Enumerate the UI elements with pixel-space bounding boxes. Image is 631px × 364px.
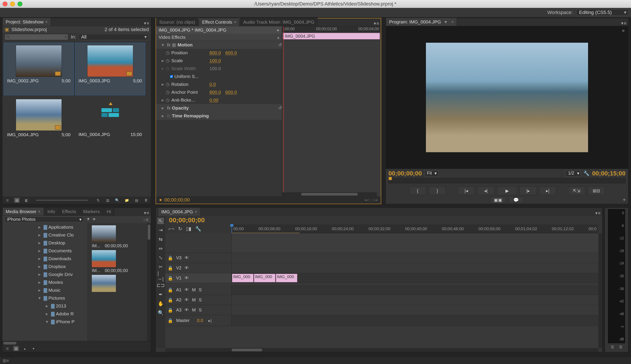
collapse-icon[interactable]: ▴ bbox=[277, 34, 280, 40]
extract-button[interactable]: ⊞⊟ bbox=[588, 186, 605, 195]
track-lane-v1[interactable]: IMG_000 IMG_000 IMG_000 bbox=[232, 273, 598, 283]
import-icon[interactable]: ⤓▦ bbox=[143, 218, 149, 222]
track-header-a1[interactable]: 🔒A1👁MS bbox=[165, 285, 232, 295]
sort-asc-icon[interactable]: ▴ bbox=[22, 346, 28, 351]
rotation-value[interactable]: 0.0 bbox=[209, 82, 216, 87]
close-icon[interactable]: × bbox=[234, 20, 236, 24]
tree-row[interactable]: ▸▇Desktop bbox=[3, 239, 88, 247]
step-forward-button[interactable]: |▸ bbox=[519, 186, 536, 195]
tree-row[interactable]: ▾▇iPhone P bbox=[3, 318, 88, 326]
stopwatch-icon[interactable]: ◷ bbox=[166, 98, 170, 103]
tree-row[interactable]: ▸▇Downloads bbox=[3, 255, 88, 262]
playhead-arrow-icon[interactable]: ▸ bbox=[277, 28, 280, 33]
list-view-icon[interactable]: ≣ bbox=[5, 346, 10, 351]
lock-icon[interactable]: 🔒 bbox=[168, 298, 173, 303]
eye-icon[interactable]: 👁 bbox=[185, 266, 189, 270]
audio-meter[interactable]: 0-6-12-18-24-30-36-42-48-∞dB bbox=[608, 209, 625, 343]
ec-h-scrollbar[interactable] bbox=[282, 192, 377, 196]
solo-button[interactable]: S bbox=[199, 298, 202, 302]
lock-icon[interactable]: 🔒 bbox=[168, 276, 173, 281]
play-button[interactable]: ▶ bbox=[497, 186, 517, 195]
rolling-tool-icon[interactable]: ⇔ bbox=[158, 246, 164, 252]
twirl-icon[interactable]: ▸ bbox=[38, 224, 42, 230]
solo-right-button[interactable]: S bbox=[618, 344, 624, 350]
ec-playhead[interactable] bbox=[283, 26, 284, 196]
master-volume-value[interactable]: 0.0 bbox=[197, 318, 203, 323]
step-back-button[interactable]: ◂| bbox=[477, 186, 494, 195]
twirl-icon[interactable]: ▸ bbox=[38, 264, 42, 269]
twirl-icon[interactable]: ▾ bbox=[38, 296, 42, 301]
close-icon[interactable]: × bbox=[195, 210, 197, 214]
track-lane-a2[interactable] bbox=[232, 295, 598, 305]
timeline-timecode[interactable]: 00;00;00;00 bbox=[169, 216, 205, 224]
timeline-h-scrollbar[interactable] bbox=[165, 348, 598, 352]
twirl-icon[interactable]: ▸ bbox=[46, 303, 50, 308]
lift-button[interactable]: ⇱⇲ bbox=[568, 186, 585, 195]
go-to-end-icon[interactable]: ▸| bbox=[208, 318, 212, 323]
panel-menu-icon[interactable]: ▾≡ bbox=[595, 210, 601, 216]
fx-badge-icon[interactable]: fx bbox=[167, 42, 171, 48]
razor-tool-icon[interactable]: ✂ bbox=[158, 264, 164, 270]
eye-icon[interactable]: 👁 bbox=[185, 298, 189, 302]
add-marker-icon[interactable]: ▯▮ bbox=[186, 226, 191, 232]
mac-minimize-button[interactable] bbox=[10, 2, 15, 6]
ingest-icon[interactable]: 👁 bbox=[93, 218, 96, 222]
project-item[interactable]: IMG_0002.JPG5;00 bbox=[4, 43, 74, 95]
ec-timecode[interactable]: 00;00;00;00 bbox=[164, 197, 190, 203]
list-view-icon[interactable]: ≣ bbox=[5, 198, 10, 202]
icon-view-icon[interactable]: ▦ bbox=[14, 198, 20, 202]
track-lane-v2[interactable] bbox=[232, 263, 598, 273]
mute-button[interactable]: M bbox=[192, 287, 196, 292]
mb-thumb-item[interactable] bbox=[89, 275, 150, 292]
stopwatch-icon[interactable]: ◷ bbox=[166, 90, 170, 95]
source-tab[interactable]: Source: (no clips) bbox=[156, 18, 198, 26]
tree-row[interactable]: ▸▇Dropbox bbox=[3, 262, 88, 270]
mute-button[interactable]: M bbox=[192, 298, 196, 302]
twirl-icon[interactable]: ▸ bbox=[38, 256, 42, 261]
mac-zoom-button[interactable] bbox=[18, 2, 22, 6]
twirl-icon[interactable]: ▾ bbox=[46, 319, 50, 324]
settings-icon[interactable]: 🔧 bbox=[583, 170, 589, 176]
media-browser-tab[interactable]: Media Browser× bbox=[3, 208, 44, 216]
sequence-tab[interactable]: IMG_0004.JPG× bbox=[158, 208, 200, 216]
track-lane-a3[interactable] bbox=[232, 305, 598, 315]
effect-controls-tab[interactable]: Effect Controls× bbox=[199, 18, 240, 26]
eye-icon[interactable]: 👁 bbox=[185, 308, 189, 312]
timeline-clip[interactable]: IMG_000 bbox=[276, 274, 297, 282]
tree-row[interactable]: ▸▇Music bbox=[3, 286, 88, 294]
add-button-icon[interactable]: ＋ bbox=[621, 196, 627, 203]
timeline-v-scrollbar[interactable] bbox=[598, 233, 602, 348]
close-icon[interactable]: × bbox=[451, 20, 454, 24]
snap-icon[interactable]: ⌐¬ bbox=[169, 226, 174, 232]
track-header-a2[interactable]: 🔒A2👁MS bbox=[165, 295, 232, 305]
solo-button[interactable]: S bbox=[199, 287, 202, 292]
lock-icon[interactable]: 🔒 bbox=[168, 266, 173, 271]
project-item-sequence[interactable]: IMG_0004.JPG15;00 bbox=[75, 96, 145, 149]
sort-desc-icon[interactable]: ▾ bbox=[31, 346, 36, 351]
stopwatch-icon[interactable]: ◷ bbox=[166, 50, 170, 56]
track-header-v2[interactable]: 🔒V2👁 bbox=[165, 263, 232, 273]
mb-folder-tree[interactable]: ▸▇Applications▸▇Creative Clo▸▇Desktop▸▇D… bbox=[3, 223, 88, 344]
mb-thumb-item[interactable]: IM...00;00;05;00 bbox=[89, 250, 150, 273]
ec-ruler[interactable]: ;00;00 00;00;02;00 00;00;04;00 bbox=[282, 26, 381, 32]
program-tab[interactable]: Program: IMG_0004.JPG▾× bbox=[386, 18, 457, 26]
loop-out-icon[interactable]: □⇥ bbox=[372, 198, 377, 202]
tree-row[interactable]: ▸▇Movies bbox=[3, 278, 88, 286]
close-icon[interactable]: × bbox=[45, 20, 48, 24]
button-overflow-icon[interactable]: » bbox=[622, 28, 625, 34]
go-to-in-button[interactable]: |◂ bbox=[458, 186, 475, 195]
go-to-out-button[interactable]: ▸| bbox=[539, 186, 556, 195]
opacity-label[interactable]: Opacity bbox=[172, 105, 189, 110]
resolution-dropdown[interactable]: 1/2 bbox=[565, 170, 581, 176]
clear-icon[interactable]: 🗑 bbox=[144, 198, 149, 202]
project-search-input[interactable]: ▾ bbox=[5, 34, 68, 40]
timeline-clip[interactable]: IMG_000 bbox=[232, 274, 254, 282]
program-viewer[interactable] bbox=[386, 26, 628, 169]
playhead-marker-icon[interactable] bbox=[389, 177, 392, 180]
pen-tool-icon[interactable]: ✒ bbox=[158, 292, 164, 298]
ec-timeline-lane[interactable]: ;00;00 00;00;02;00 00;00;04;00 IMG_0004.… bbox=[282, 26, 381, 196]
twirl-icon[interactable]: ▸ bbox=[162, 66, 166, 71]
twirl-icon[interactable]: ▸ bbox=[38, 280, 42, 285]
rate-stretch-tool-icon[interactable]: ⤡ bbox=[158, 255, 164, 261]
audio-mixer-tab[interactable]: Audio Track Mixer: IMG_0004.JPG bbox=[240, 18, 317, 26]
